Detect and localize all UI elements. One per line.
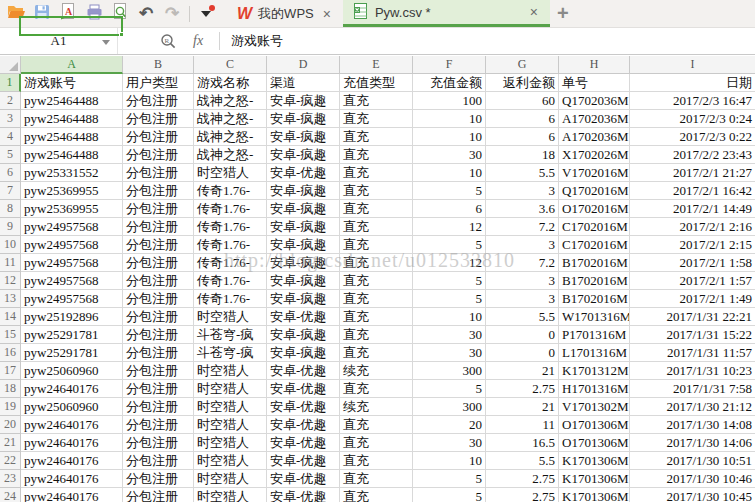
cell-g3[interactable]: 6 — [486, 110, 559, 128]
cell-f2[interactable]: 100 — [413, 92, 486, 110]
tab-pyw-csv[interactable]: Pyw.csv * × — [343, 0, 550, 27]
cell-e1[interactable]: 充值类型 — [340, 74, 413, 92]
cell-g14[interactable]: 5.5 — [486, 308, 559, 326]
cell-b18[interactable]: 分包注册 — [123, 380, 194, 398]
row-header-20[interactable]: 20 — [0, 416, 21, 434]
cell-d7[interactable]: 安卓-疯趣 — [267, 182, 340, 200]
cell-a8[interactable]: pyw25369955 — [21, 200, 123, 218]
cell-e22[interactable]: 直充 — [340, 452, 413, 470]
cell-f12[interactable]: 5 — [413, 272, 486, 290]
cell-b1[interactable]: 用户类型 — [123, 74, 194, 92]
row-header-3[interactable]: 3 — [0, 110, 21, 128]
cell-h8[interactable]: O1702016M — [559, 200, 630, 218]
cell-h22[interactable]: K1701306M — [559, 452, 630, 470]
export-pdf-button[interactable]: A — [56, 2, 80, 26]
column-header-c[interactable]: C — [194, 56, 267, 74]
cell-f23[interactable]: 5 — [413, 470, 486, 488]
cell-h16[interactable]: L1701316M — [559, 344, 630, 362]
cell-h6[interactable]: V1702016M — [559, 164, 630, 182]
cell-c6[interactable]: 时空猎人 — [194, 164, 267, 182]
cell-i3[interactable]: 2017/2/3 0:24 — [630, 110, 755, 128]
column-header-d[interactable]: D — [267, 56, 340, 74]
cell-g5[interactable]: 18 — [486, 146, 559, 164]
cell-f19[interactable]: 300 — [413, 398, 486, 416]
cell-c17[interactable]: 时空猎人 — [194, 362, 267, 380]
cell-i7[interactable]: 2017/2/1 16:42 — [630, 182, 755, 200]
cell-a23[interactable]: pyw24640176 — [21, 470, 123, 488]
cell-f20[interactable]: 20 — [413, 416, 486, 434]
cell-b6[interactable]: 分包注册 — [123, 164, 194, 182]
cell-a7[interactable]: pyw25369955 — [21, 182, 123, 200]
row-header-6[interactable]: 6 — [0, 164, 21, 182]
cell-a9[interactable]: pyw24957568 — [21, 218, 123, 236]
cell-f9[interactable]: 12 — [413, 218, 486, 236]
cell-e24[interactable]: 直充 — [340, 488, 413, 502]
cell-h15[interactable]: P1701316M — [559, 326, 630, 344]
column-header-h[interactable]: H — [559, 56, 630, 74]
cell-g16[interactable]: 0 — [486, 344, 559, 362]
row-header-11[interactable]: 11 — [0, 254, 21, 272]
cell-i18[interactable]: 2017/1/31 7:58 — [630, 380, 755, 398]
cell-d24[interactable]: 安卓-优趣 — [267, 488, 340, 502]
cell-d23[interactable]: 安卓-优趣 — [267, 470, 340, 488]
cell-g13[interactable]: 3 — [486, 290, 559, 308]
cell-b13[interactable]: 分包注册 — [123, 290, 194, 308]
row-header-2[interactable]: 2 — [0, 92, 21, 110]
row-header-12[interactable]: 12 — [0, 272, 21, 290]
open-button[interactable] — [4, 2, 28, 26]
row-header-18[interactable]: 18 — [0, 380, 21, 398]
cell-c10[interactable]: 传奇1.76- — [194, 236, 267, 254]
cell-a20[interactable]: pyw24640176 — [21, 416, 123, 434]
cell-e23[interactable]: 直充 — [340, 470, 413, 488]
cell-f8[interactable]: 6 — [413, 200, 486, 218]
cell-i10[interactable]: 2017/2/1 2:15 — [630, 236, 755, 254]
cell-a24[interactable]: pyw24640176 — [21, 488, 123, 502]
cell-i15[interactable]: 2017/1/31 15:22 — [630, 326, 755, 344]
cell-e18[interactable]: 直充 — [340, 380, 413, 398]
cell-a4[interactable]: pyw25464488 — [21, 128, 123, 146]
cell-e14[interactable]: 直充 — [340, 308, 413, 326]
cell-d19[interactable]: 安卓-优趣 — [267, 398, 340, 416]
row-header-5[interactable]: 5 — [0, 146, 21, 164]
cell-a13[interactable]: pyw24957568 — [21, 290, 123, 308]
cell-c8[interactable]: 传奇1.76- — [194, 200, 267, 218]
row-header-16[interactable]: 16 — [0, 344, 21, 362]
cell-g2[interactable]: 60 — [486, 92, 559, 110]
cell-e12[interactable]: 直充 — [340, 272, 413, 290]
cell-b7[interactable]: 分包注册 — [123, 182, 194, 200]
cell-i16[interactable]: 2017/1/31 11:57 — [630, 344, 755, 362]
cell-c21[interactable]: 时空猎人 — [194, 434, 267, 452]
cell-f24[interactable]: 5 — [413, 488, 486, 502]
cell-g20[interactable]: 11 — [486, 416, 559, 434]
cell-c22[interactable]: 时空猎人 — [194, 452, 267, 470]
cell-e15[interactable]: 直充 — [340, 326, 413, 344]
cell-b5[interactable]: 分包注册 — [123, 146, 194, 164]
row-header-1[interactable]: 1 — [0, 74, 21, 92]
cell-g10[interactable]: 3 — [486, 236, 559, 254]
cell-i13[interactable]: 2017/2/1 1:49 — [630, 290, 755, 308]
cell-d15[interactable]: 安卓-疯趣 — [267, 326, 340, 344]
cell-i17[interactable]: 2017/1/31 10:23 — [630, 362, 755, 380]
cell-a21[interactable]: pyw24640176 — [21, 434, 123, 452]
cell-c5[interactable]: 战神之怒- — [194, 146, 267, 164]
cell-h21[interactable]: O1701306M — [559, 434, 630, 452]
cell-g7[interactable]: 3 — [486, 182, 559, 200]
cell-f15[interactable]: 30 — [413, 326, 486, 344]
cell-i19[interactable]: 2017/1/30 21:12 — [630, 398, 755, 416]
cell-h10[interactable]: C1702016M — [559, 236, 630, 254]
cell-c1[interactable]: 游戏名称 — [194, 74, 267, 92]
cell-b19[interactable]: 分包注册 — [123, 398, 194, 416]
row-header-21[interactable]: 21 — [0, 434, 21, 452]
row-header-14[interactable]: 14 — [0, 308, 21, 326]
cell-d14[interactable]: 安卓-优趣 — [267, 308, 340, 326]
cell-b14[interactable]: 分包注册 — [123, 308, 194, 326]
cell-f16[interactable]: 30 — [413, 344, 486, 362]
column-header-f[interactable]: F — [413, 56, 486, 74]
cell-e17[interactable]: 续充 — [340, 362, 413, 380]
cell-g18[interactable]: 2.75 — [486, 380, 559, 398]
print-button[interactable] — [82, 2, 106, 26]
cell-h4[interactable]: A1702036M — [559, 128, 630, 146]
cell-e10[interactable]: 直充 — [340, 236, 413, 254]
cell-a14[interactable]: pyw25192896 — [21, 308, 123, 326]
cell-f6[interactable]: 10 — [413, 164, 486, 182]
